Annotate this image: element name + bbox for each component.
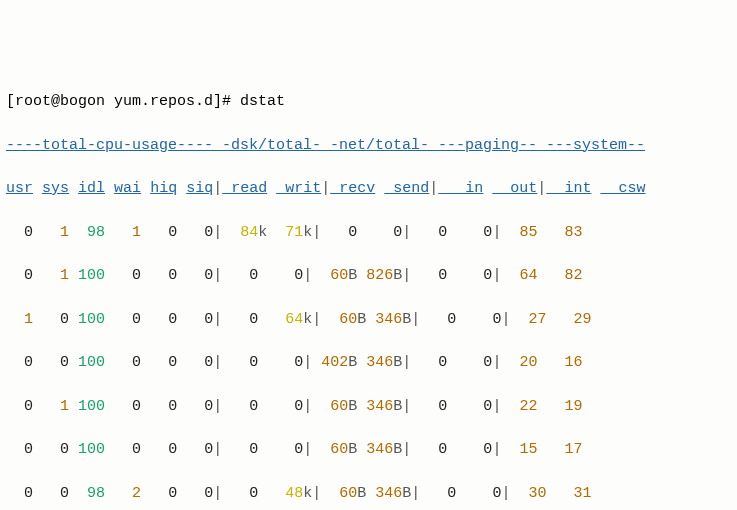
table-row: 0 1 98 1 0 0| 84k 71k| 0 0| 0 0| 85 83	[6, 222, 731, 244]
table-row: 0 1 100 0 0 0| 0 0| 60B 826B| 0 0| 64 82	[6, 265, 731, 287]
table-row: 0 0 100 0 0 0| 0 0| 402B 346B| 0 0| 20 1…	[6, 352, 731, 374]
terminal-output: [root@bogon yum.repos.d]# dstat ----tota…	[6, 91, 731, 510]
shell-prompt: [root@bogon yum.repos.d]# dstat	[6, 93, 285, 110]
table-row: 0 0 100 0 0 0| 0 0| 60B 346B| 0 0| 15 17	[6, 439, 731, 461]
table-row: 1 0 100 0 0 0| 0 64k| 60B 346B| 0 0| 27 …	[6, 309, 731, 331]
table-row: 0 0 98 2 0 0| 0 48k| 60B 346B| 0 0| 30 3…	[6, 483, 731, 505]
table-row: 0 1 100 0 0 0| 0 0| 60B 346B| 0 0| 22 19	[6, 396, 731, 418]
